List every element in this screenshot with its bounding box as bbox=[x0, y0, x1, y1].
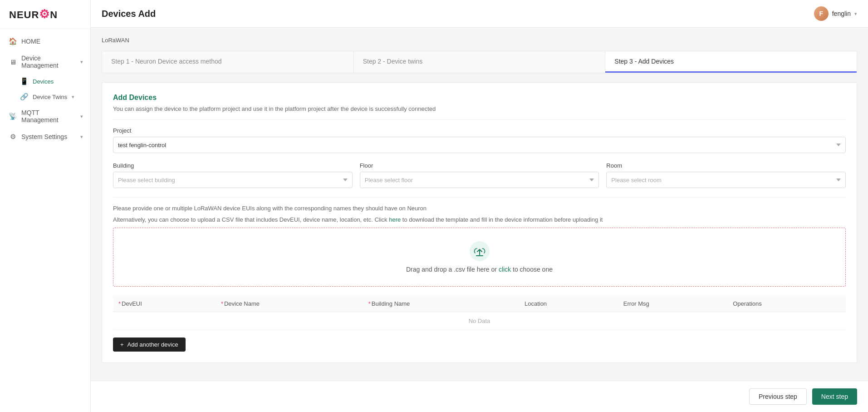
step-2-label: Step 2 - Device twins bbox=[363, 58, 423, 65]
user-chevron-icon: ▾ bbox=[854, 11, 857, 17]
mqtt-icon: 📡 bbox=[9, 112, 17, 120]
sidebar-item-device-management[interactable]: 🖥 Device Management ▾ bbox=[0, 50, 90, 74]
floor-select-wrapper: Please select floor bbox=[360, 172, 599, 188]
project-select[interactable]: test fenglin-control bbox=[113, 137, 846, 153]
chevron-down-icon: ▾ bbox=[80, 59, 83, 65]
device-twins-icon: 🔗 bbox=[20, 93, 28, 101]
upload-click-link[interactable]: click bbox=[499, 266, 511, 273]
chevron-down-icon: ▾ bbox=[80, 114, 83, 119]
col-operations: Operations bbox=[727, 296, 846, 312]
sidebar-sub-label: Device Twins bbox=[33, 94, 67, 100]
project-field-group: Project test fenglin-control bbox=[113, 127, 846, 153]
room-label: Room bbox=[606, 162, 846, 169]
col-building-name: *Building Name bbox=[363, 296, 519, 312]
no-data-cell: No Data bbox=[113, 312, 846, 330]
page-title: Devices Add bbox=[102, 9, 156, 19]
user-name: fenglin bbox=[832, 10, 851, 17]
chevron-down-icon: ▾ bbox=[72, 94, 74, 100]
table-body: No Data bbox=[113, 312, 846, 330]
logo-icon: ⚙ bbox=[39, 7, 50, 21]
device-management-icon: 🖥 bbox=[9, 58, 17, 66]
footer-actions: Previous step Next step bbox=[91, 381, 868, 412]
upload-text: Drag and drop a .csv file here or click … bbox=[406, 266, 553, 273]
sidebar-item-label: System Settings bbox=[21, 133, 76, 140]
room-select[interactable]: Please select room bbox=[606, 172, 846, 188]
floor-field: Floor Please select floor bbox=[360, 162, 599, 188]
sidebar-item-device-twins[interactable]: 🔗 Device Twins ▾ bbox=[0, 89, 90, 104]
sidebar-item-system-settings[interactable]: ⚙ System Settings ▾ bbox=[0, 128, 90, 145]
table-row-no-data: No Data bbox=[113, 312, 846, 330]
next-label: Next step bbox=[821, 393, 848, 400]
step-2[interactable]: Step 2 - Device twins bbox=[354, 51, 606, 73]
avatar: F bbox=[814, 6, 829, 21]
devices-icon: 📱 bbox=[20, 77, 28, 85]
sidebar-item-label: MQTT Management bbox=[21, 109, 76, 124]
project-label: Project bbox=[113, 127, 846, 134]
col-error-msg: Error Msg bbox=[618, 296, 727, 312]
user-menu[interactable]: F fenglin ▾ bbox=[814, 6, 857, 21]
col-location: Location bbox=[519, 296, 618, 312]
upload-area[interactable]: Drag and drop a .csv file here or click … bbox=[113, 228, 846, 287]
download-link[interactable]: here bbox=[389, 216, 401, 223]
add-device-button[interactable]: + Add another device bbox=[113, 338, 186, 352]
sidebar-sub-label: Devices bbox=[33, 78, 54, 85]
upload-icon bbox=[470, 241, 490, 261]
add-device-label: Add another device bbox=[128, 341, 178, 348]
building-select[interactable]: Please select building bbox=[113, 172, 353, 188]
step-3-label: Step 3 - Add Devices bbox=[614, 58, 674, 65]
sidebar-nav: 🏠 HOME 🖥 Device Management ▾ 📱 Devices 🔗… bbox=[0, 29, 90, 412]
logo-text: NEUR⚙N bbox=[9, 7, 58, 21]
form-card: Add Devices You can assign the device to… bbox=[102, 82, 857, 363]
settings-icon: ⚙ bbox=[9, 133, 17, 141]
project-select-wrapper: test fenglin-control bbox=[113, 137, 846, 153]
table-header-row: *DevEUI *Device Name *Building Name Loca… bbox=[113, 296, 846, 312]
sidebar-item-devices[interactable]: 📱 Devices bbox=[0, 74, 90, 89]
sidebar: NEUR⚙N 🏠 HOME 🖥 Device Management ▾ 📱 De… bbox=[0, 0, 91, 412]
section-description: You can assign the device to the platfor… bbox=[113, 105, 846, 112]
header: Devices Add F fenglin ▾ bbox=[91, 0, 868, 28]
col-device-name: *Device Name bbox=[216, 296, 363, 312]
step-3[interactable]: Step 3 - Add Devices bbox=[605, 51, 857, 73]
home-icon: 🏠 bbox=[9, 37, 17, 45]
step-1[interactable]: Step 1 - Neuron Device access method bbox=[102, 51, 354, 73]
sidebar-item-home[interactable]: 🏠 HOME bbox=[0, 33, 90, 50]
sidebar-item-label: HOME bbox=[21, 38, 83, 45]
floor-select[interactable]: Please select floor bbox=[360, 172, 599, 188]
add-device-icon: + bbox=[120, 341, 124, 348]
room-select-wrapper: Please select room bbox=[606, 172, 846, 188]
building-field: Building Please select building bbox=[113, 162, 353, 188]
logo: NEUR⚙N bbox=[0, 0, 90, 29]
section-title: Add Devices bbox=[113, 94, 846, 102]
previous-step-button[interactable]: Previous step bbox=[749, 388, 807, 405]
location-row: Building Please select building Floor Pl… bbox=[113, 162, 846, 188]
main-content: Devices Add F fenglin ▾ LoRaWAN Step 1 -… bbox=[91, 0, 868, 412]
devices-table: *DevEUI *Device Name *Building Name Loca… bbox=[113, 296, 846, 330]
floor-label: Floor bbox=[360, 162, 599, 169]
content-area: LoRaWAN Step 1 - Neuron Device access me… bbox=[91, 28, 868, 381]
building-select-wrapper: Please select building bbox=[113, 172, 353, 188]
sidebar-item-label: Device Management bbox=[21, 55, 76, 69]
info-text-2: Alternatively, you can choose to upload … bbox=[113, 216, 846, 223]
next-step-button[interactable]: Next step bbox=[812, 388, 857, 405]
info-text-1: Please provide one or multiple LoRaWAN d… bbox=[113, 205, 846, 212]
step-1-label: Step 1 - Neuron Device access method bbox=[111, 58, 222, 65]
sidebar-item-mqtt[interactable]: 📡 MQTT Management ▾ bbox=[0, 104, 90, 128]
building-label: Building bbox=[113, 162, 353, 169]
breadcrumb: LoRaWAN bbox=[102, 37, 857, 44]
prev-label: Previous step bbox=[759, 393, 797, 400]
divider bbox=[113, 119, 846, 120]
divider-2 bbox=[113, 197, 846, 198]
room-field: Room Please select room bbox=[606, 162, 846, 188]
col-deveui: *DevEUI bbox=[113, 296, 216, 312]
chevron-down-icon: ▾ bbox=[80, 134, 83, 140]
table-header: *DevEUI *Device Name *Building Name Loca… bbox=[113, 296, 846, 312]
steps-bar: Step 1 - Neuron Device access method Ste… bbox=[102, 51, 857, 73]
